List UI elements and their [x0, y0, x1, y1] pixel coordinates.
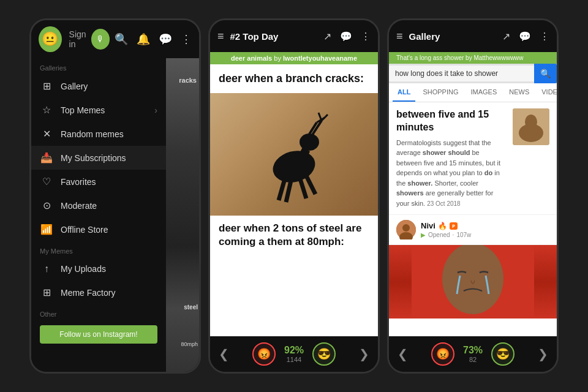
tab-images[interactable]: IMAGES — [466, 83, 502, 102]
trending-icon[interactable]: ↗ — [502, 31, 510, 42]
phone3-topbar-icons: ↗ 💬 ⋮ — [502, 31, 549, 42]
svg-line-10 — [306, 176, 315, 194]
other-section-label: Other — [31, 304, 166, 320]
search-results-area: between five and 15 minutes Dermatologis… — [389, 102, 557, 336]
moderate-icon: ⊙ — [40, 200, 53, 211]
meme-image — [210, 93, 378, 216]
subscriptions-icon: 📥 — [40, 152, 53, 164]
phone2-topbar: ≡ #2 Top Day ↗ 💬 ⋮ — [210, 20, 378, 52]
vote-percentage-display: 73% 82 — [463, 345, 483, 363]
sidebar-item-my-subscriptions[interactable]: 📥 My Subscriptions — [31, 146, 166, 170]
gallery-title: Gallery — [409, 31, 496, 42]
upvote-button[interactable]: 😎 — [491, 342, 514, 366]
hamburger-icon[interactable]: ≡ — [217, 30, 224, 43]
sidebar-item-top-memes[interactable]: ☆ Top Memes › — [31, 98, 166, 122]
tab-news[interactable]: NEWS — [504, 83, 534, 102]
chat-icon[interactable]: 💬 — [519, 31, 531, 42]
thumb-svg — [513, 108, 549, 145]
source-user: Matthewwwwwww — [473, 55, 523, 61]
random-memes-label: Random memes — [61, 129, 157, 139]
messages-icon[interactable]: 💬 — [159, 32, 172, 46]
user-row: Nivi 🔥 ᴘ ▶ Opened · 107w — [389, 215, 557, 245]
tag-bar: deer animals by lwontletyouhaveaname — [210, 52, 378, 64]
sidebar-item-meme-factory[interactable]: ⊞ Meme Factory — [31, 281, 166, 304]
phone3-bottom-bar: ❮ 😡 73% 82 😎 ❯ — [389, 336, 557, 372]
search-button[interactable]: 🔍 — [534, 64, 557, 83]
svg-point-0 — [270, 146, 319, 187]
random-memes-icon: ✕ — [40, 128, 53, 140]
tag-user: lwontletyouhaveaname — [283, 55, 357, 62]
vote-pct-value: 92% — [284, 345, 304, 356]
search-icon[interactable]: 🔍 — [115, 32, 128, 46]
mic-button[interactable]: 🎙 — [91, 29, 110, 50]
vote-section: 😡 92% 1144 😎 — [252, 342, 336, 366]
jordan-svg — [412, 245, 534, 318]
filter-tabs: ALL SHOPPING IMAGES NEWS VIDEOS — [389, 83, 557, 102]
more-icon[interactable]: ⋮ — [181, 32, 192, 46]
more-icon[interactable]: ⋮ — [361, 31, 371, 42]
page-title: #2 Top Day — [230, 31, 317, 42]
tab-all[interactable]: ALL — [393, 83, 415, 102]
downvote-button[interactable]: 😡 — [431, 342, 454, 366]
sidebar-item-random-memes[interactable]: ✕ Random memes — [31, 122, 166, 146]
svg-point-19 — [442, 245, 503, 314]
vote-count-value: 82 — [463, 356, 483, 363]
upvote-button[interactable]: 😎 — [312, 342, 336, 366]
next-meme-button[interactable]: ❯ — [359, 347, 369, 361]
user-sub-separator: · — [453, 232, 454, 238]
top-memes-icon: ☆ — [40, 104, 53, 116]
tag-text: deer animals — [231, 55, 272, 62]
result-text: between five and 15 minutes Dermatologis… — [396, 108, 507, 208]
offline-store-label: Offline Store — [61, 225, 157, 235]
prev-meme-button[interactable]: ❮ — [219, 347, 229, 361]
result-description: Dermatologists suggest that the average … — [396, 138, 507, 209]
svg-line-11 — [302, 149, 306, 157]
sidebar-item-moderate[interactable]: ⊙ Moderate — [31, 194, 166, 217]
tab-videos[interactable]: VIDEOS — [537, 83, 559, 102]
sidebar-item-offline-store[interactable]: 📶 Offline Store — [31, 217, 166, 241]
tab-shopping[interactable]: SHOPPING — [418, 83, 463, 102]
phone2-bottom-bar: ❮ 😡 92% 1144 😎 ❯ — [210, 336, 378, 372]
moderate-label: Moderate — [61, 201, 157, 211]
meme-factory-label: Meme Factory — [61, 288, 157, 298]
meme-top-caption: deer when a branch cracks: — [210, 64, 378, 93]
sign-in-label[interactable]: Sign in — [69, 29, 86, 49]
uploads-icon: ↑ — [40, 263, 53, 274]
vote-section: 😡 73% 82 😎 — [431, 342, 514, 366]
sidebar-item-favorites[interactable]: ♡ Favorites — [31, 170, 166, 194]
downvote-button[interactable]: 😡 — [252, 342, 276, 366]
result-date: 23 Oct 2018 — [427, 200, 460, 207]
meme-bottom-caption: deer when 2 tons of steel are coming a t… — [210, 216, 378, 255]
favorites-label: Favorites — [61, 177, 157, 187]
vote-percentage-display: 92% 1144 — [284, 345, 304, 363]
svg-point-14 — [525, 115, 537, 129]
phone1-body: Galleries ⊞ Gallery ☆ Top Memes › ✕ Rand… — [31, 58, 199, 372]
phone-meme-view: ≡ #2 Top Day ↗ 💬 ⋮ deer animals by lwont… — [208, 18, 380, 374]
mymemes-section-label: My memes — [31, 241, 166, 257]
phone3-topbar: ≡ Gallery ↗ 💬 ⋮ — [389, 20, 557, 52]
platform-badge: ᴘ — [450, 222, 458, 230]
sidebar-item-gallery[interactable]: ⊞ Gallery — [31, 74, 166, 98]
svg-point-16 — [402, 224, 410, 232]
source-tag-bar: That's a long ass shower by Matthewwwwww… — [389, 52, 557, 64]
sidebar-item-my-uploads[interactable]: ↑ My Uploads — [31, 257, 166, 281]
follow-instagram-button[interactable]: Follow us on Instagram! — [40, 325, 157, 344]
trending-icon[interactable]: ↗ — [323, 31, 331, 42]
next-button[interactable]: ❯ — [538, 347, 548, 361]
search-result-card: between five and 15 minutes Dermatologis… — [389, 102, 557, 215]
chat-icon[interactable]: 💬 — [340, 31, 352, 42]
meme-content-area: deer when a branch cracks: — [210, 64, 378, 336]
topbar-icons: 🔍 🔔 💬 ⋮ — [115, 32, 192, 46]
user-sub-label: Opened — [428, 232, 450, 238]
vote-pct-value: 73% — [463, 345, 483, 356]
sidebar-menu: Galleries ⊞ Gallery ☆ Top Memes › ✕ Rand… — [31, 58, 166, 372]
hamburger-icon[interactable]: ≡ — [396, 30, 403, 43]
search-bar: how long does it take to shower — [389, 66, 534, 81]
subscriptions-label: My Subscriptions — [61, 153, 157, 163]
prev-button[interactable]: ❮ — [398, 347, 408, 361]
more-icon[interactable]: ⋮ — [540, 31, 549, 42]
tag-by: by — [274, 55, 283, 62]
notification-icon[interactable]: 🔔 — [137, 32, 150, 46]
user-sub-time: 107w — [456, 232, 471, 238]
play-icon: ▶ — [421, 232, 426, 238]
